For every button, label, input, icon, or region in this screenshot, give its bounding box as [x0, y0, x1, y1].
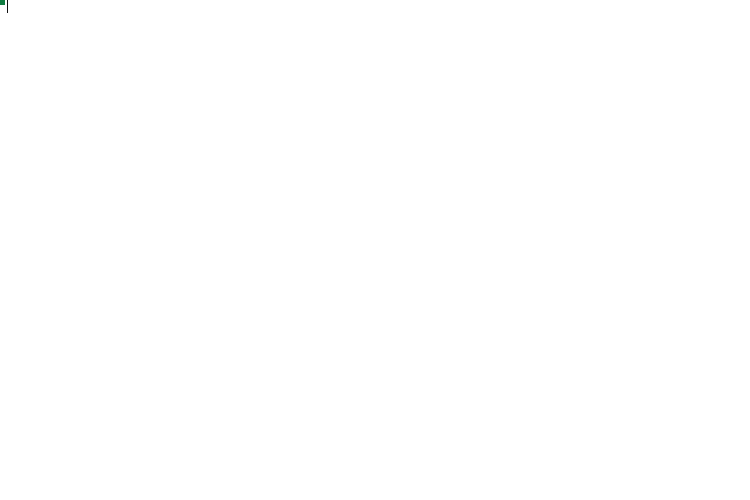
fill-handle[interactable] [0, 0, 6, 6]
text-caret [7, 0, 8, 13]
active-cell-b1[interactable] [0, 0, 4, 4]
range-highlight-col-a [0, 0, 2, 2]
formula-edit-text [6, 0, 8, 13]
